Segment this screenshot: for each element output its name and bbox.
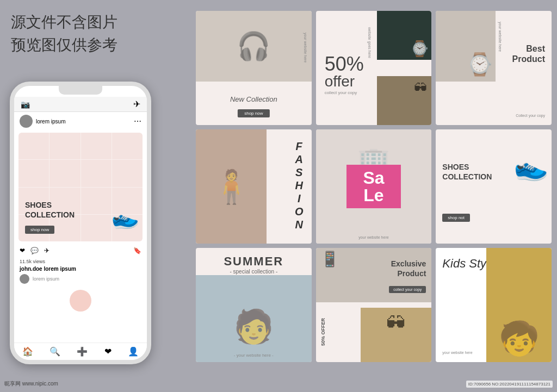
phone-poster-name: john.doe lorem ipsum bbox=[14, 265, 147, 272]
card2-img-bottom: 🕶 bbox=[377, 76, 431, 125]
card4-img: 🧍 bbox=[196, 129, 267, 244]
watermark-line1: 源文件不含图片 bbox=[11, 11, 117, 34]
smartwatch-icon: ⌚ bbox=[466, 52, 493, 77]
card2-offer-text: 50% offer bbox=[325, 54, 364, 89]
card-best-product: ⌚ your website here Best Product Collect… bbox=[436, 11, 552, 125]
home-nav-icon[interactable]: 🏠 bbox=[22, 346, 33, 357]
card6-shop-btn[interactable]: shop not bbox=[442, 214, 470, 222]
avatar bbox=[20, 115, 33, 128]
card5-sale-text: Sa Le bbox=[363, 169, 384, 204]
heart-icon[interactable]: ❤ bbox=[20, 247, 25, 254]
card-summer: SUMMER - special collection - 🧑 - your w… bbox=[196, 248, 312, 362]
sunglasses-icon: 🕶 bbox=[414, 80, 427, 96]
card-new-collection: 🎧 your website here New Collection shop … bbox=[196, 11, 312, 125]
card-offer: ⌚ 🕶 website goes here 50% offer collect … bbox=[316, 11, 432, 125]
card6-shoe-icon: 👟 bbox=[511, 148, 549, 185]
card2-website-side: website goes here bbox=[368, 27, 372, 58]
watermark-line2: 预览图仅供参考 bbox=[11, 34, 117, 57]
bookmark-icon[interactable]: 🔖 bbox=[133, 247, 141, 254]
card8-offer-side: 50% OFFER bbox=[320, 318, 326, 346]
comment-icon[interactable]: 💬 bbox=[30, 247, 39, 254]
profile-nav-icon[interactable]: 👤 bbox=[128, 346, 139, 357]
sunglasses-img-icon: 🕶 bbox=[386, 312, 406, 335]
card3-title: Best Product bbox=[512, 43, 545, 64]
person-icon: 🧍 bbox=[211, 167, 252, 206]
card8-exclusive-title: Exclusive Product bbox=[391, 259, 426, 278]
card4-fashion-text: FASHION bbox=[293, 140, 305, 232]
search-nav-icon[interactable]: 🔍 bbox=[49, 346, 60, 357]
card7-website: - your website here - bbox=[196, 353, 312, 358]
headphones-icon: 🎧 bbox=[237, 30, 270, 62]
phone-content-card: SHOES COLLECTION shop now 👟 bbox=[18, 133, 143, 241]
footer-id: ID:7090656 NO:202204191111154873121 bbox=[466, 381, 553, 388]
card3-img: ⌚ bbox=[436, 11, 496, 82]
card7-img: 🧑 bbox=[196, 275, 312, 362]
card-exclusive: 📱 Exclusive Product collect your copy 50… bbox=[316, 248, 432, 362]
phone-img-icon: 📱 bbox=[320, 250, 339, 268]
card8-collect-btn[interactable]: collect your copy bbox=[389, 286, 426, 293]
more-dots-icon: ⋯ bbox=[134, 117, 141, 126]
card7-summer-title: SUMMER bbox=[196, 254, 312, 269]
phone-mockup: 📷 ✈ lorem ipsum ⋯ SHOES COLLECTION shop … bbox=[10, 82, 151, 364]
card1-shop-btn[interactable]: shop now bbox=[238, 109, 269, 117]
phone-user-row: lorem ipsum ⋯ bbox=[14, 112, 147, 130]
share-icon[interactable]: ✈ bbox=[44, 247, 49, 254]
send-icon: ✈ bbox=[133, 99, 140, 109]
heart-nav-icon[interactable]: ❤ bbox=[104, 346, 112, 357]
phone-nav-bar: 📷 ✈ bbox=[14, 97, 147, 112]
footer-logo: 昵享网 www.nipic.com bbox=[4, 380, 58, 388]
commenter-avatar bbox=[20, 274, 29, 284]
card9-img: 🧒 bbox=[486, 248, 552, 362]
child-icon: 🧒 bbox=[499, 319, 540, 358]
card-kids-style: Kids Style 🧒 your website here bbox=[436, 248, 552, 362]
add-nav-icon[interactable]: ➕ bbox=[77, 346, 88, 357]
watermark-block: 源文件不含图片 预览图仅供参考 bbox=[11, 11, 117, 57]
phone-views: 11.5k views bbox=[14, 258, 147, 265]
phone-nav-icons: 📷 bbox=[21, 100, 30, 109]
card2-img-top: ⌚ bbox=[377, 11, 431, 60]
commenter-label: lorem ipsum bbox=[33, 276, 59, 282]
card-shoes-collection: SHOES COLLECTION shop not 👟 bbox=[436, 129, 552, 244]
card3-website-side: your website here bbox=[498, 22, 502, 52]
card5-sale-box: Sa Le bbox=[346, 165, 401, 208]
camera-icon: 📷 bbox=[21, 100, 30, 109]
card7-subtitle: - special collection - bbox=[196, 269, 312, 275]
cards-grid: 🎧 your website here New Collection shop … bbox=[196, 11, 552, 362]
card9-website: your website here bbox=[442, 351, 472, 354]
card6-shoes-title: SHOES COLLECTION bbox=[442, 162, 492, 182]
phone-action-left: ❤ 💬 ✈ bbox=[20, 247, 49, 254]
phone-more-user: lorem ipsum bbox=[14, 272, 147, 285]
card-fashion: 🧍 FASHION bbox=[196, 129, 312, 244]
phone-bottom-nav: 🏠 🔍 ➕ ❤ 👤 bbox=[14, 343, 147, 360]
card-sale: 🏢 Sa Le your website here bbox=[316, 129, 432, 244]
phone-card-title: SHOES COLLECTION bbox=[25, 200, 75, 220]
card5-website: your website here bbox=[316, 235, 432, 239]
card3-collect: Collect your copy bbox=[516, 114, 545, 117]
phone-username-label: lorem ipsum bbox=[36, 119, 65, 125]
card1-website: your website here bbox=[304, 33, 307, 63]
card2-collect: collect your copy bbox=[325, 90, 357, 95]
watch-icon: ⌚ bbox=[410, 40, 429, 58]
card8-img-bottom: 🕶 bbox=[361, 308, 431, 362]
card1-title: New Collection bbox=[196, 95, 312, 103]
phone-shop-btn[interactable]: shop now bbox=[25, 226, 54, 234]
phone-home-button bbox=[70, 290, 91, 312]
hat-person-icon: 🧑 bbox=[233, 307, 274, 346]
card1-image: 🎧 bbox=[196, 11, 312, 82]
phone-actions-bar: ❤ 💬 ✈ 🔖 bbox=[14, 244, 147, 258]
phone-notch bbox=[59, 86, 102, 95]
